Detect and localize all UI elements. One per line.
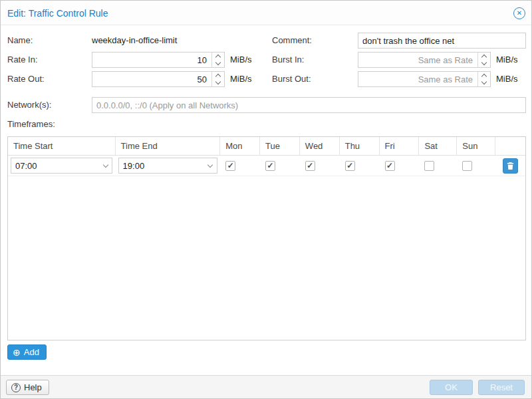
time-start-combo [11, 158, 112, 174]
rate-in-label: Rate In: [7, 52, 38, 68]
checkbox-wed[interactable] [305, 161, 315, 171]
chevron-down-icon[interactable] [99, 158, 112, 173]
time-start-input[interactable] [11, 158, 112, 174]
spinner-down-icon[interactable] [212, 60, 224, 67]
close-icon[interactable]: ✕ [513, 7, 525, 19]
col-time-end: Time End [116, 137, 221, 155]
checkbox-tue[interactable] [265, 161, 275, 171]
col-thu: Thu [340, 137, 380, 155]
spinner-down-icon[interactable] [478, 79, 490, 86]
rate-in-input[interactable] [92, 52, 225, 68]
trash-icon [506, 162, 515, 170]
rate-out-field [92, 71, 225, 87]
comment-label: Comment: [272, 33, 312, 49]
networks-input[interactable] [92, 97, 526, 113]
burst-out-field [358, 71, 491, 87]
col-sun: Sun [457, 137, 495, 155]
help-button[interactable]: ? Help [6, 380, 49, 395]
ok-button-label: OK [445, 380, 458, 394]
rate-out-unit: MiB/s [230, 71, 252, 87]
comment-input[interactable] [358, 33, 526, 49]
name-value: weekday-in-office-limit [92, 33, 177, 49]
burst-in-label: Burst In: [272, 52, 304, 68]
col-sat: Sat [419, 137, 457, 155]
add-button[interactable]: ⊕ Add [7, 344, 47, 360]
burst-in-field [358, 52, 491, 68]
name-label: Name: [7, 33, 33, 49]
rate-in-field [92, 52, 225, 68]
rate-out-spinner [211, 72, 224, 86]
dialog-title: Edit: Traffic Control Rule [7, 8, 108, 19]
burst-out-input[interactable] [358, 71, 491, 87]
burst-in-unit: MiB/s [496, 52, 518, 68]
checkbox-thu[interactable] [345, 161, 355, 171]
checkbox-fri[interactable] [385, 161, 395, 171]
col-mon: Mon [220, 137, 260, 155]
time-end-combo [118, 158, 217, 174]
spinner-up-icon[interactable] [212, 72, 224, 79]
timeframes-label: Timeframes: [7, 116, 55, 132]
dialog-footer: ? Help OK Reset [1, 375, 531, 398]
timeframes-grid: Time Start Time End Mon Tue Wed Thu Fri … [7, 136, 526, 340]
checkbox-sat[interactable] [424, 161, 434, 171]
reset-button-label: Reset [490, 380, 513, 394]
spinner-down-icon[interactable] [478, 60, 490, 67]
reset-button[interactable]: Reset [478, 380, 525, 395]
burst-in-input[interactable] [358, 52, 491, 68]
ok-button[interactable]: OK [430, 380, 473, 395]
traffic-control-rule-dialog: Edit: Traffic Control Rule ✕ Name: weekd… [0, 0, 532, 399]
networks-label: Network(s): [7, 97, 51, 113]
add-button-label: Add [24, 347, 39, 357]
col-time-start: Time Start [8, 137, 116, 155]
spinner-up-icon[interactable] [478, 53, 490, 60]
question-circle-icon: ? [11, 383, 21, 392]
burst-in-spinner [477, 53, 490, 67]
checkbox-mon[interactable] [225, 161, 235, 171]
time-end-input[interactable] [118, 158, 217, 174]
chevron-down-icon[interactable] [204, 158, 217, 173]
col-tue: Tue [260, 137, 300, 155]
rate-out-label: Rate Out: [7, 71, 45, 87]
rate-out-input[interactable] [92, 71, 225, 87]
burst-out-spinner [477, 72, 490, 86]
spinner-up-icon[interactable] [212, 53, 224, 60]
help-button-label: Help [24, 382, 42, 392]
spinner-down-icon[interactable] [212, 79, 224, 86]
table-row [8, 156, 525, 176]
delete-row-button[interactable] [503, 158, 518, 174]
dialog-header: Edit: Traffic Control Rule ✕ [1, 1, 531, 25]
checkbox-sun[interactable] [462, 161, 472, 171]
plus-circle-icon: ⊕ [13, 348, 21, 357]
col-fri: Fri [380, 137, 420, 155]
rate-in-unit: MiB/s [230, 52, 252, 68]
burst-out-unit: MiB/s [496, 71, 518, 87]
rate-in-spinner [211, 53, 224, 67]
spinner-up-icon[interactable] [478, 72, 490, 79]
burst-out-label: Burst Out: [272, 71, 311, 87]
grid-header: Time Start Time End Mon Tue Wed Thu Fri … [8, 137, 525, 156]
col-wed: Wed [300, 137, 340, 155]
col-actions [495, 137, 525, 155]
